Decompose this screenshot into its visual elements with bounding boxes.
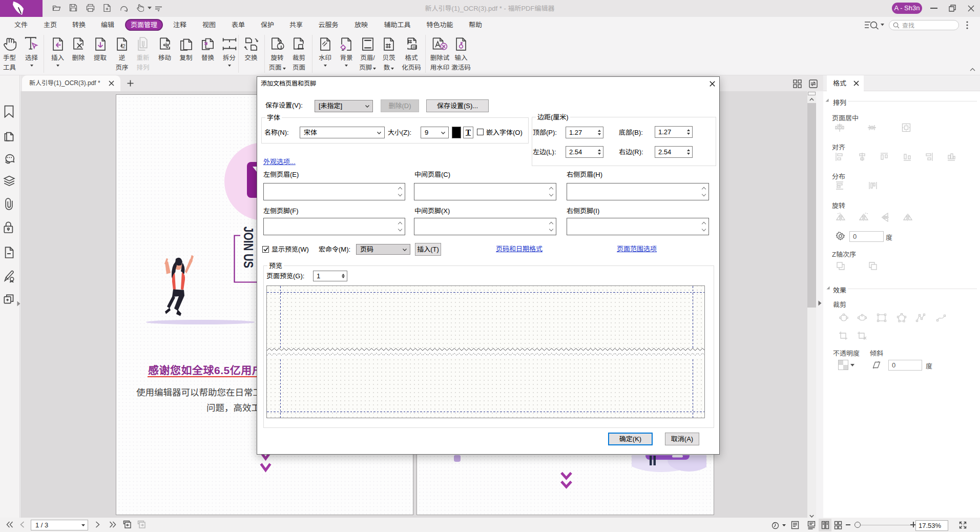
svg-text:2: 2 (122, 44, 126, 49)
